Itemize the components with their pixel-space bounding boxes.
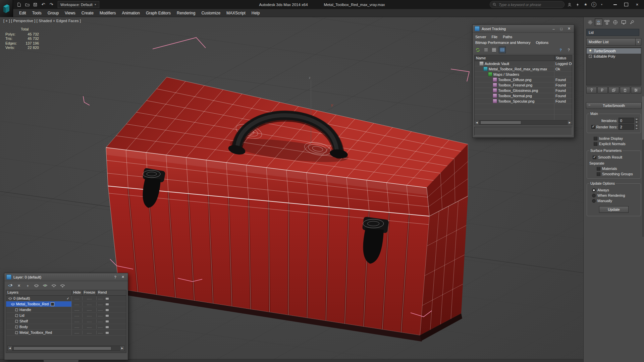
help-dropdown[interactable]: ▼: [599, 2, 605, 8]
iterations-value[interactable]: 0: [619, 118, 634, 123]
sign-in-icon[interactable]: [567, 2, 573, 8]
column-layers[interactable]: Layers: [6, 290, 72, 295]
tab-utilities[interactable]: [628, 18, 636, 26]
menu-animation[interactable]: Animation: [119, 9, 143, 17]
render-icon[interactable]: [106, 332, 109, 334]
object-row[interactable]: Handle ---- ---- ----: [6, 307, 126, 313]
show-end-result-button[interactable]: [597, 87, 608, 94]
pin-stack-button[interactable]: [586, 87, 597, 94]
highlight-layer-button[interactable]: [51, 283, 57, 289]
redo-button[interactable]: ↷: [48, 1, 55, 8]
open-file-button[interactable]: [23, 1, 31, 8]
scrollbar-thumb[interactable]: [642, 96, 644, 140]
table-row[interactable]: Toolbox_Glossiness.png Found: [475, 88, 572, 93]
table-row[interactable]: Toolbox_Diffuse.png Found: [475, 77, 572, 82]
tab-hierarchy[interactable]: [603, 18, 611, 26]
workspace-selector[interactable]: Workspace: Default ▼: [58, 1, 99, 8]
render-icon[interactable]: [106, 298, 109, 300]
table-row[interactable]: Autodesk Vault Logged Out: [475, 61, 572, 66]
current-layer-check[interactable]: ✓: [67, 297, 69, 300]
column-name[interactable]: Name: [475, 55, 554, 61]
viewport-label[interactable]: [ + ] [ Perspective ] [ Shaded + Edged F…: [3, 19, 81, 23]
when-rendering-label[interactable]: When Rendering: [597, 193, 625, 197]
table-row[interactable]: Toolbox_Specular.png Found: [475, 99, 572, 104]
remove-modifier-button[interactable]: [620, 87, 630, 94]
panel-scrollbar[interactable]: [642, 96, 644, 237]
set-current-layer-button[interactable]: [42, 283, 48, 289]
smoothing-groups-checkbox[interactable]: [597, 172, 600, 176]
render-iters-checkbox[interactable]: [591, 125, 595, 129]
update-button[interactable]: Update: [599, 206, 629, 213]
help-button[interactable]: ?: [112, 275, 118, 280]
layer-dialog-titlebar[interactable]: Layer: 0 (default) ? ✕: [4, 273, 128, 281]
scroll-left-arrow[interactable]: ◀: [8, 346, 12, 351]
exchange-apps-icon[interactable]: [575, 2, 581, 8]
asset-table-hscrollbar[interactable]: ◀ ▶: [475, 120, 572, 125]
table-row[interactable]: Metal_Toolbox_Red_max_vray.max Ok: [475, 66, 572, 72]
column-freeze[interactable]: Freeze: [83, 290, 97, 295]
scroll-right-arrow[interactable]: ▶: [567, 120, 572, 125]
materials-checkbox[interactable]: [597, 167, 600, 171]
object-name-field[interactable]: Lid: [586, 29, 639, 36]
scroll-left-arrow[interactable]: ◀: [475, 120, 479, 125]
menu-graph-editors[interactable]: Graph Editors: [143, 9, 174, 17]
undo-button[interactable]: ↶: [40, 1, 47, 8]
stack-item-turbosmooth[interactable]: TurboSmooth: [587, 48, 641, 54]
table-row[interactable]: Toolbox_Normal.png Found: [475, 93, 572, 99]
stack-item-editable-poly[interactable]: Editable Poly: [587, 54, 641, 59]
column-hide[interactable]: Hide: [72, 290, 83, 295]
smoothing-groups-label[interactable]: Smoothing Groups: [602, 172, 633, 176]
refresh-button[interactable]: [475, 47, 481, 53]
materials-label[interactable]: Materials: [602, 167, 617, 171]
layers-hscrollbar[interactable]: ◀ ▶: [7, 346, 125, 351]
help-mode-button[interactable]: ?: [557, 47, 564, 53]
maximize-button[interactable]: □: [558, 26, 564, 31]
add-to-layer-button[interactable]: ＋: [24, 283, 31, 289]
thumbnail-view-button[interactable]: [491, 47, 497, 53]
asset-table-header[interactable]: Name Status: [475, 55, 572, 61]
menu-modifiers[interactable]: Modifiers: [97, 9, 119, 17]
object-row[interactable]: Lid ---- ---- ----: [6, 313, 126, 318]
modifier-list-dropdown[interactable]: Modifier List ▼: [586, 38, 641, 46]
layer-row[interactable]: 0 (default) ✓ ---- ---- ----: [6, 296, 126, 301]
when-rendering-radio[interactable]: [592, 194, 596, 197]
tab-motion[interactable]: [611, 18, 619, 26]
close-button[interactable]: ✕: [566, 26, 572, 31]
render-icon[interactable]: [106, 326, 109, 328]
minimize-button[interactable]: [609, 1, 621, 8]
scrollbar-thumb[interactable]: [480, 121, 521, 124]
render-iters-spinner[interactable]: ▲▼: [635, 124, 638, 130]
render-iters-label[interactable]: Render Iters:: [596, 125, 618, 129]
make-unique-button[interactable]: [608, 87, 619, 94]
about-button[interactable]: ?: [566, 47, 572, 53]
select-layer-objects-button[interactable]: [33, 283, 40, 289]
menu-edit[interactable]: Edit: [16, 9, 29, 17]
delete-layer-button[interactable]: ✕: [16, 283, 22, 289]
scrollbar-thumb[interactable]: [13, 347, 111, 350]
table-view-button[interactable]: [499, 47, 506, 53]
menu-help[interactable]: Help: [249, 9, 263, 17]
menu-tools[interactable]: Tools: [29, 9, 45, 17]
help-button[interactable]: ?: [591, 2, 597, 8]
render-icon[interactable]: [106, 309, 109, 311]
menu-customize[interactable]: Customize: [198, 9, 223, 17]
always-radio[interactable]: [592, 188, 596, 192]
configure-modifier-sets-button[interactable]: [631, 87, 641, 94]
manually-label[interactable]: Manually: [597, 199, 612, 203]
rollout-header[interactable]: − TurboSmooth: [586, 102, 642, 109]
tab-modify[interactable]: [595, 18, 602, 26]
menu-rendering[interactable]: Rendering: [174, 9, 198, 17]
smooth-result-label[interactable]: Smooth Result: [598, 155, 622, 159]
menu-group[interactable]: Group: [45, 9, 62, 17]
column-render[interactable]: Rend: [97, 290, 126, 295]
menu-server[interactable]: Server: [475, 35, 486, 39]
render-icon[interactable]: [106, 315, 109, 317]
menu-paths[interactable]: Paths: [503, 35, 512, 39]
column-status[interactable]: Status: [554, 55, 572, 61]
render-icon[interactable]: [106, 303, 109, 305]
menu-maxscript[interactable]: MAXScript: [223, 9, 249, 17]
close-button[interactable]: ×: [632, 1, 643, 8]
menu-bitmap-performance[interactable]: Bitmap Performance and Memory: [475, 41, 530, 45]
isoline-display-label[interactable]: Isoline Display: [599, 136, 623, 140]
tab-create[interactable]: [586, 18, 594, 26]
